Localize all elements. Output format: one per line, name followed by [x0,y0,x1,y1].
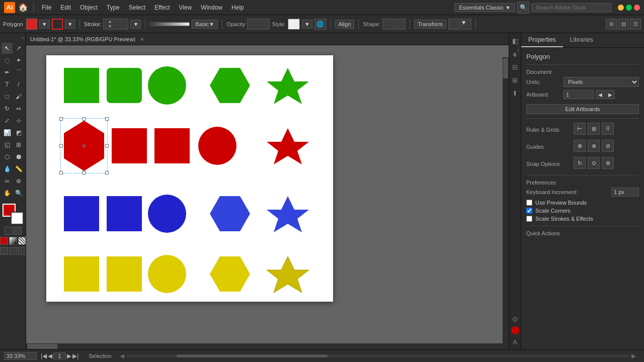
tab-libraries[interactable]: Libraries [563,33,600,47]
h-scrollbar[interactable] [26,343,503,349]
h-scroll-track[interactable] [126,354,629,357]
search-input[interactable] [531,3,612,12]
menu-edit[interactable]: Edit [57,4,74,11]
magic-wand-tool[interactable]: ✦ [13,55,24,66]
red-circle[interactable] [198,127,236,165]
zoom-input[interactable] [4,352,37,360]
prev-page-btn[interactable]: ◀ [48,352,52,359]
green-hexagon[interactable] [210,68,250,103]
camera-icon[interactable]: ⊙ [510,313,521,324]
grid-icon-prop[interactable]: ⊞ [588,123,600,135]
blue-hexagon[interactable] [210,196,250,231]
symbol-tool[interactable]: ⊕ [13,175,24,187]
assets-icon[interactable]: ⊟ [510,61,521,72]
guide-icon-1[interactable]: ⊕ [574,140,586,152]
blue-star[interactable] [267,196,309,232]
export-icon[interactable]: ⬆ [510,87,521,99]
globe-icon[interactable]: 🌐 [314,19,327,30]
pen-tool[interactable]: ✒ [2,67,13,78]
yellow-circle[interactable] [148,255,186,293]
green-square-1[interactable] [64,68,99,103]
menu-select[interactable]: Select [126,4,148,11]
screen-mode-1[interactable] [0,247,8,255]
default-colors-icon[interactable] [14,227,22,235]
blue-circle[interactable] [148,195,186,233]
rectangle-tool[interactable]: □ [2,91,13,102]
close-btn[interactable] [634,5,640,11]
screen-mode-3[interactable] [18,247,26,255]
scroll-left-btn[interactable]: ◀ [120,352,124,359]
transform-icon-1[interactable] [448,19,459,30]
snap-icon-2[interactable]: ⊙ [588,157,600,169]
stroke-style-dropdown[interactable]: ▼ [130,20,141,29]
scale-strokes-checkbox[interactable] [526,216,532,222]
paintbrush-tool[interactable]: 🖌 [13,91,24,102]
keyboard-increment-input[interactable] [611,188,639,197]
fill-dropdown[interactable]: ▼ [39,20,50,29]
swap-colors-icon[interactable] [5,227,13,235]
v-scroll-thumb[interactable] [503,58,508,78]
curvature-tool[interactable]: ⌒ [13,67,24,78]
search-icon[interactable]: 🔍 [517,2,529,14]
yellow-hexagon[interactable] [210,256,250,292]
first-page-btn[interactable]: |◀ [41,352,47,359]
expand-icon[interactable]: ☰ [630,19,641,30]
h-scroll-thumb[interactable] [27,344,57,349]
stroke-width-input[interactable]: ▲ ▼ [103,19,128,30]
blue-square-1[interactable] [64,196,99,231]
measure-tool[interactable]: 📏 [13,163,24,174]
style-dropdown[interactable]: ▼ [302,20,312,29]
green-square-2[interactable] [107,68,142,103]
menu-file[interactable]: File [39,4,54,11]
artboard-prev[interactable]: ◀ [596,90,605,99]
line-tool[interactable]: / [13,79,24,90]
yellow-square-2[interactable] [107,256,142,292]
blue-square-2[interactable] [107,196,142,231]
snap-icon-3[interactable]: ⊛ [602,157,614,169]
snap-icon-1[interactable]: ↻ [574,157,586,169]
live-paint-tool[interactable]: ⬡ [2,151,13,162]
menu-effect[interactable]: Effect [151,4,173,11]
use-preview-bounds-checkbox[interactable] [526,200,532,206]
stroke-color[interactable] [11,212,24,225]
zoom-tool[interactable]: 🔍 [13,188,24,199]
warp-tool[interactable]: ⊹ [13,115,24,126]
adobe-icon[interactable]: A [510,336,521,347]
red-square-2[interactable] [154,128,190,163]
transform-button[interactable]: Transform [414,20,446,29]
style-preview[interactable] [288,19,300,30]
opacity-input[interactable] [247,19,270,30]
mesh-tool[interactable]: ⊞ [13,139,24,150]
scroll-right-btn[interactable]: ▶ [631,352,636,359]
menu-object[interactable]: Object [77,4,101,11]
shape-icon-2[interactable] [394,19,406,30]
lasso-tool[interactable]: ◌ [2,55,13,66]
maximize-btn[interactable] [626,5,632,11]
hand-tool[interactable]: ✋ [2,188,13,199]
menu-view[interactable]: View [176,4,195,11]
menu-window[interactable]: Window [198,4,225,11]
reflect-tool[interactable]: ⇔ [13,103,24,114]
close-tab-btn[interactable]: × [140,36,143,42]
next-page-btn[interactable]: ▶ [67,352,71,359]
red-hexagon-selected[interactable] [64,121,104,171]
blend-tool[interactable]: ∞ [2,175,13,187]
fill-color-swatch[interactable] [26,19,37,30]
perspective-tool[interactable]: ⬢ [13,151,24,162]
units-select[interactable]: Pixels [564,77,639,87]
panel-expand-arrow[interactable]: » [516,45,521,55]
screen-mode-2[interactable] [9,247,17,255]
v-scrollbar[interactable] [503,57,509,349]
text-tool[interactable]: T [2,79,13,90]
green-star[interactable] [267,68,309,104]
align-button[interactable]: Align [335,20,354,29]
transform-icon-2[interactable]: ▼ [460,19,471,30]
gradient-icon[interactable] [9,237,17,245]
home-icon[interactable]: 🏠 [18,3,28,12]
red-square-1[interactable] [112,128,147,163]
scale-corners-checkbox[interactable] [526,208,532,214]
eyedropper-tool[interactable]: 💧 [2,163,13,174]
solid-color-icon[interactable] [0,237,8,245]
gradient-tool[interactable]: ◱ [2,139,13,150]
stroke-dropdown[interactable]: ▼ [65,20,75,29]
